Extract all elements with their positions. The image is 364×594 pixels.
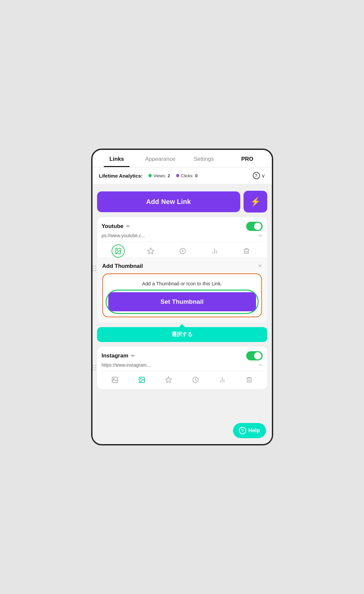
instagram-analytics-action[interactable] [216, 374, 228, 386]
svg-marker-11 [166, 377, 171, 382]
clicks-stat: Clicks: 0 [176, 173, 198, 178]
add-link-row: Add New Link ⚡ [97, 191, 267, 212]
tooltip-select: 選択する [97, 327, 267, 342]
tooltip-container: 選択する [97, 325, 267, 342]
drag-handle-youtube[interactable] [91, 265, 97, 272]
clicks-dot [176, 174, 179, 177]
instagram-landscape-action[interactable] [109, 374, 121, 386]
analytics-help-button[interactable]: ? ∨ [253, 172, 265, 179]
lightning-icon: ⚡ [250, 197, 261, 207]
instagram-url: https://www.instagram.... [102, 362, 256, 368]
tab-links[interactable]: Links [95, 150, 139, 167]
thumbnail-description: Add a Thumbnail or Icon to this Link. [142, 280, 222, 288]
youtube-url-edit-icon[interactable]: ✏ [259, 233, 263, 238]
youtube-toggle[interactable] [246, 222, 263, 231]
instagram-title: Instagram ✏ [102, 353, 135, 359]
instagram-star-action[interactable] [163, 374, 174, 386]
views-value: 2 [168, 173, 170, 178]
help-circle-icon: ? [253, 172, 260, 179]
analytics-bar: Lifetime Analytics: Views: 2 Clicks: 0 ?… [92, 167, 272, 184]
tab-appearance[interactable]: Appearance [139, 150, 182, 167]
tab-pro[interactable]: PRO [225, 150, 269, 167]
analytics-label: Lifetime Analytics: [99, 173, 143, 179]
instagram-delete-action[interactable] [243, 374, 255, 386]
instagram-toggle[interactable] [246, 351, 263, 360]
help-button[interactable]: ? Help [233, 423, 266, 438]
youtube-analytics-action[interactable] [209, 245, 221, 257]
youtube-star-action[interactable] [145, 245, 157, 257]
thumbnail-panel-header: Add Thumbnail × [102, 263, 262, 269]
svg-marker-2 [148, 248, 154, 254]
svg-point-8 [114, 378, 115, 379]
youtube-card-actions [102, 241, 263, 258]
instagram-url-edit-icon[interactable]: ✏ [259, 362, 263, 368]
instagram-url-row: https://www.instagram.... ✏ [102, 362, 263, 368]
lightning-button[interactable]: ⚡ [244, 191, 267, 212]
instagram-schedule-action[interactable] [190, 374, 201, 386]
views-dot [148, 174, 152, 177]
youtube-schedule-action[interactable] [177, 245, 189, 257]
youtube-card: 選択する Youtube ✏ ps://www.youtube.c... ✏ [97, 217, 267, 323]
phone-frame: Links Appearance Settings PRO Lifetime A… [91, 149, 273, 445]
clicks-value: 0 [195, 173, 197, 178]
add-new-link-button[interactable]: Add New Link [97, 191, 240, 212]
help-button-label: Help [248, 428, 260, 434]
youtube-title: Youtube ✏ [102, 223, 130, 230]
youtube-url-row: ps://www.youtube.c... ✏ [102, 233, 263, 238]
thumbnail-panel-close[interactable]: × [258, 263, 262, 269]
youtube-delete-action[interactable] [241, 245, 252, 257]
instagram-edit-icon[interactable]: ✏ [131, 353, 135, 358]
tab-settings[interactable]: Settings [182, 150, 225, 167]
thumbnail-panel-title: Add Thumbnail [102, 263, 143, 269]
thumbnail-panel: Add Thumbnail × Add a Thumbnail or Icon … [97, 258, 267, 323]
chevron-down-icon: ∨ [261, 173, 265, 179]
svg-point-1 [117, 249, 117, 250]
youtube-edit-icon[interactable]: ✏ [126, 224, 130, 229]
views-stat: Views: 2 [148, 173, 170, 178]
top-nav: Links Appearance Settings PRO [92, 150, 272, 167]
instagram-card: Instagram ✏ https://www.instagram.... ✏ [97, 347, 267, 389]
instagram-thumbnail-action[interactable] [136, 374, 148, 386]
instagram-card-actions [102, 371, 263, 386]
svg-point-10 [140, 378, 141, 379]
set-thumbnail-button[interactable]: Set Thumbnail [108, 292, 256, 311]
set-thumbnail-wrapper: Set Thumbnail [108, 292, 256, 311]
youtube-card-header: Youtube ✏ [102, 222, 263, 231]
help-button-icon: ? [239, 427, 246, 434]
youtube-url: ps://www.youtube.c... [102, 233, 256, 238]
instagram-card-header: Instagram ✏ [102, 351, 263, 360]
youtube-thumbnail-action[interactable] [112, 244, 125, 258]
drag-handle-instagram[interactable] [91, 364, 97, 371]
svg-rect-7 [112, 377, 118, 382]
thumbnail-content-box: Add a Thumbnail or Icon to this Link. Se… [102, 273, 262, 317]
main-content: Add New Link ⚡ 選択する Youtube ✏ [92, 184, 272, 444]
